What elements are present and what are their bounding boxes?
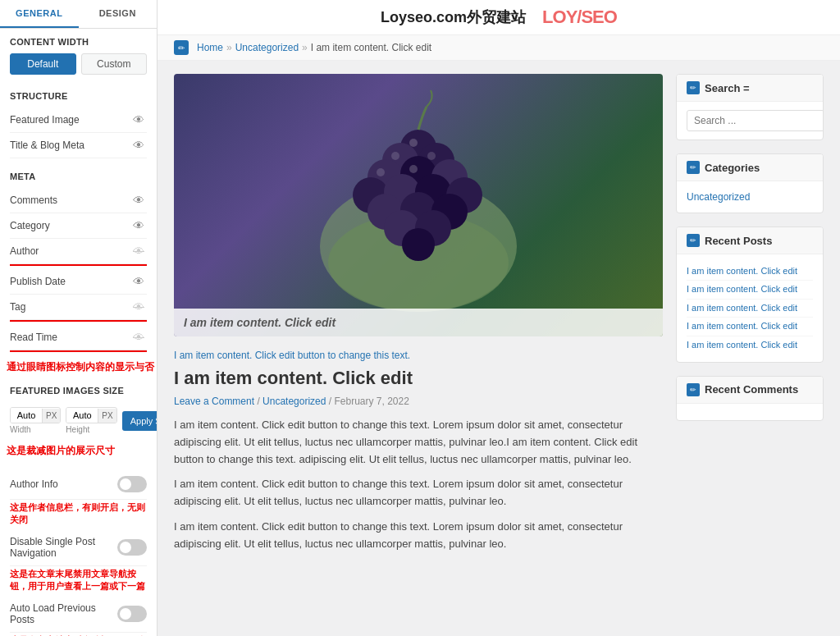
meta-section: Meta Comments 👁 Category 👁 Author 👁 Publ… [0,163,157,360]
article-body-p1: I am item content. Click edit button to … [174,417,663,468]
comments-eye-icon[interactable]: 👁 [130,192,147,208]
author-label: Author [10,245,39,257]
title-blog-meta-row: Title & Blog Meta 👁 [10,133,147,158]
recent-post-3[interactable]: I am item content. Click edit [687,318,813,336]
author-info-toggle[interactable] [117,476,147,492]
breadcrumb-home[interactable]: Home [197,42,223,53]
featured-images-size-label: Featured Images Size [10,386,147,396]
toggle-rows-section: Author Info 这是作者信息栏，有则开启，无则关闭 Disable Si… [0,461,157,636]
title-blog-meta-eye-icon[interactable]: 👁 [130,137,147,153]
article-area: I am item content. Click edit I am item … [174,74,663,561]
content-area: I am item content. Click edit I am item … [158,61,840,574]
publish-date-row: Publish Date 👁 [10,269,147,295]
grape-svg [304,82,533,328]
content-width-label: Content Width [10,37,147,47]
size-annotation: 这是裁减图片的展示尺寸 [7,444,150,458]
height-group: PX Height [66,407,116,434]
breadcrumb-current: I am item content. Click edit [311,42,431,53]
auto-load-label: Auto Load Previous Posts [10,602,117,625]
tab-design[interactable]: DESIGN [79,0,158,28]
categories-widget-body: Uncategorized [677,181,823,213]
publish-date-label: Publish Date [10,276,66,287]
author-red-line [10,264,147,266]
tag-label: Tag [10,301,25,313]
breadcrumb-sep1: » [226,42,232,53]
search-widget-title: Search = [705,82,750,94]
category-eye-icon[interactable]: 👁 [130,217,147,234]
recent-post-4[interactable]: I am item content. Click edit [687,336,813,354]
height-input-wrap: PX [66,407,116,423]
tag-row: Tag 👁 [10,295,147,320]
breadcrumb-edit-icon[interactable]: ✏ [174,40,189,55]
author-row: Author 👁 [10,239,147,264]
left-panel: GENERAL DESIGN Content Width Default Cus… [0,0,158,636]
search-widget-header: ✏ Search = [677,75,823,102]
article-body-p3: I am item content. Click edit button to … [174,519,663,553]
article-body: I am item content. Click edit button to … [174,417,663,553]
article-meta-text: I am item content. Click edit button to … [174,350,410,361]
svg-point-18 [409,139,418,147]
auto-load-row: Auto Load Previous Posts [10,596,147,633]
disable-nav-toggle[interactable] [117,539,147,556]
article-category-link[interactable]: Uncategorized [262,396,326,407]
search-input[interactable] [687,110,824,131]
article-body-p2: I am item content. Click edit button to … [174,476,663,510]
height-label: Height [66,425,89,434]
featured-image-eye-icon[interactable]: 👁 [130,112,147,128]
article-hero-title: I am item content. Click edit [174,309,663,336]
breadcrumb-uncategorized[interactable]: Uncategorized [235,42,299,53]
recent-comments-widget-header: ✏ Recent Comments [677,377,823,404]
category-row: Category 👁 [10,213,147,239]
featured-image-row: Featured Image 👁 [10,108,147,133]
breadcrumb: ✏ Home » Uncategorized » I am item conte… [158,35,840,61]
categories-widget-title: Categories [705,162,760,174]
category-uncategorized-link[interactable]: Uncategorized [687,190,813,204]
structure-label: Structure [10,91,147,101]
size-row: PX Width PX Height Apply Size [10,402,147,439]
auto-load-toggle[interactable] [117,606,147,622]
recent-comments-widget-body [677,404,823,420]
structure-section: Structure Featured Image 👁 Title & Blog … [0,83,157,163]
tab-general[interactable]: GENERAL [0,0,79,28]
tag-eye-icon[interactable]: 👁 [130,299,147,315]
recent-comments-widget-edit-icon[interactable]: ✏ [687,383,700,396]
categories-widget-edit-icon[interactable]: ✏ [687,161,700,174]
article-sub-meta: Leave a Comment / Uncategorized / Februa… [174,396,663,407]
publish-date-eye-icon[interactable]: 👁 [130,273,147,290]
recent-posts-widget-edit-icon[interactable]: ✏ [687,234,700,247]
read-time-eye-icon[interactable]: 👁 [130,329,147,345]
height-unit: PX [98,409,116,423]
search-row: 🔍 [687,110,813,131]
categories-widget: ✏ Categories Uncategorized [676,153,824,213]
auto-load-annotation: 这是在文章结束后自动打开下一篇文章的功能 [10,633,147,636]
recent-post-2[interactable]: I am item content. Click edit [687,300,813,318]
width-unit: PX [42,409,60,423]
recent-posts-widget: ✏ Recent Posts I am item content. Click … [676,226,824,363]
read-time-label: Read Time [10,332,57,343]
article-comment-link[interactable]: Leave a Comment [174,396,254,407]
category-label: Category [10,220,50,231]
categories-widget-header: ✏ Categories [677,154,823,181]
site-logo-text: Loyseo.com外贸建站 [381,7,526,27]
custom-btn[interactable]: Custom [81,53,148,75]
svg-point-22 [409,165,418,173]
default-btn[interactable]: Default [10,53,76,75]
recent-post-1[interactable]: I am item content. Click edit [687,281,813,299]
article-title: I am item content. Click edit [174,368,663,389]
recent-post-0[interactable]: I am item content. Click edit [687,263,813,281]
content-width-row: Default Custom [10,53,147,75]
title-blog-meta-label: Title & Blog Meta [10,140,84,151]
apply-size-button[interactable]: Apply Size [122,411,158,431]
site-header: Loyseo.com外贸建站 LOY/SEO [158,0,840,35]
author-eye-icon[interactable]: 👁 [130,243,147,259]
search-widget: ✏ Search = 🔍 [676,74,824,140]
width-label: Width [10,425,31,434]
tag-red-line [10,320,147,322]
recent-comments-widget-title: Recent Comments [705,383,798,396]
height-input[interactable] [66,408,98,423]
search-widget-edit-icon[interactable]: ✏ [687,81,700,94]
article-hero-title-text: I am item content. Click edit [184,316,336,329]
author-info-row: Author Info [10,469,147,500]
svg-point-21 [377,168,385,176]
width-input[interactable] [11,408,42,423]
